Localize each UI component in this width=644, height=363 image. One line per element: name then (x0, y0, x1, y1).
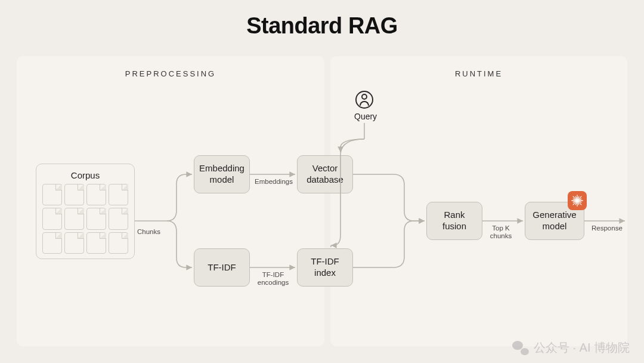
node-label: TF-IDF index (302, 256, 348, 279)
corpus-label: Corpus (42, 170, 128, 180)
doc-icon (86, 232, 106, 254)
tfidf-node: TF-IDF (194, 248, 250, 287)
wechat-icon (512, 341, 529, 355)
tfidf-index-node: TF-IDF index (297, 248, 353, 287)
edge-label-chunks: Chunks (137, 228, 160, 236)
doc-icon (42, 208, 62, 229)
node-label: Rank fusion (432, 210, 477, 232)
doc-icon (64, 208, 84, 229)
corpus-card: Corpus (36, 164, 135, 259)
doc-icon (42, 232, 62, 254)
edge-label-tfidf-encodings: TF-IDF encodings (255, 271, 291, 287)
doc-icon (64, 232, 84, 254)
doc-icon (109, 232, 128, 254)
node-label: Vector database (302, 163, 348, 186)
page-title: Standard RAG (0, 13, 644, 39)
node-label: Embedding model (199, 163, 244, 186)
doc-icon (86, 208, 106, 229)
starburst-icon (568, 191, 587, 210)
runtime-label: RUNTIME (330, 69, 627, 78)
corpus-doc-grid (42, 184, 128, 254)
doc-icon (64, 184, 84, 205)
preprocessing-label: PREPROCESSING (17, 69, 324, 78)
doc-icon (42, 184, 62, 205)
vector-database-node: Vector database (297, 155, 353, 193)
doc-icon (86, 184, 106, 205)
watermark: 公众号 · AI 博物院 (512, 340, 630, 356)
edge-label-response: Response (592, 224, 623, 232)
edge-label-top-k: Top K chunks (487, 224, 515, 240)
doc-icon (109, 184, 128, 205)
rank-fusion-node: Rank fusion (426, 202, 482, 240)
embedding-model-node: Embedding model (194, 155, 250, 193)
edge-label-embeddings: Embeddings (255, 178, 293, 186)
watermark-text: 公众号 · AI 博物院 (534, 340, 630, 356)
doc-icon (109, 208, 128, 229)
query-label: Query (354, 112, 377, 121)
node-label: TF-IDF (208, 262, 236, 273)
user-icon (355, 91, 373, 109)
node-label: Generative model (530, 210, 579, 232)
